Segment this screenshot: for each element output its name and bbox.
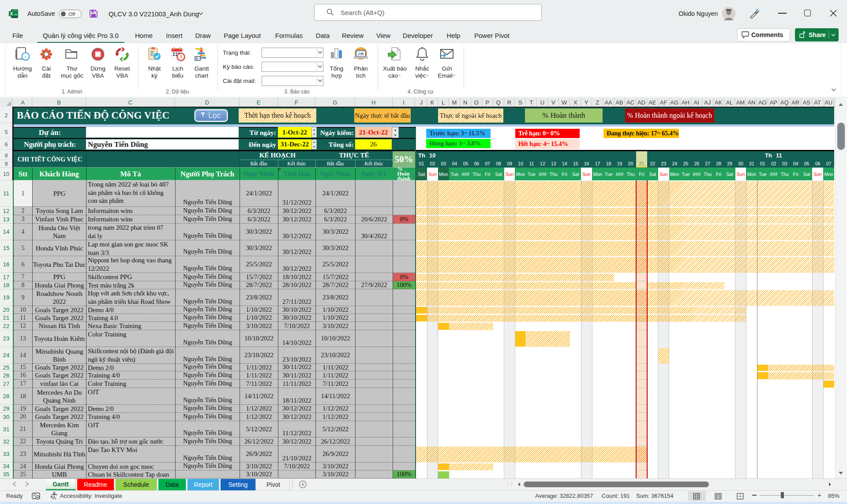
svg-text:i: i xyxy=(25,54,26,60)
svg-text:X: X xyxy=(10,11,13,16)
